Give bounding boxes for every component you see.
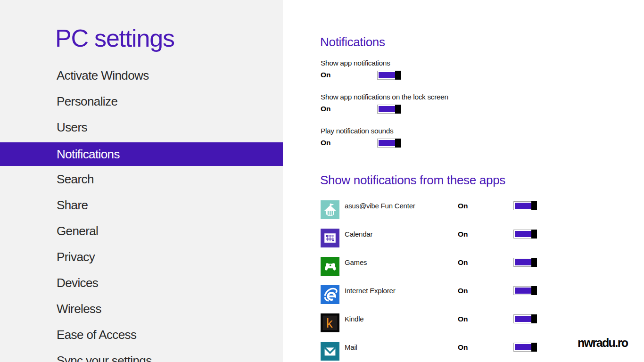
sidebar-item-label: General [57, 224, 98, 239]
setting-value: On [321, 105, 331, 113]
notifications-heading: Notifications [320, 35, 385, 49]
setting-row: Show app notifications on the lock scree… [321, 93, 519, 127]
notification-settings: Show app notifications On Show app notif… [321, 59, 519, 161]
setting-toggle[interactable] [377, 71, 401, 80]
sidebar-item-label: Personalize [57, 94, 117, 109]
toggle-thumb[interactable] [531, 286, 537, 295]
sidebar: PC settings Activate Windows Personalize… [0, 0, 283, 362]
app-toggle[interactable] [513, 314, 537, 323]
sidebar-item-activate-windows[interactable]: Activate Windows [0, 63, 283, 89]
sidebar-item-sync-your-settings[interactable]: Sync your settings [0, 348, 283, 362]
sidebar-item-notifications[interactable]: Notifications [0, 140, 283, 166]
app-toggle-value: On [458, 259, 468, 266]
watermark: nwradu.ro [578, 336, 627, 350]
sidebar-item-label: Users [57, 120, 87, 135]
toggle-fill [515, 316, 531, 322]
sidebar-item-search[interactable]: Search [0, 166, 283, 192]
toggle-thumb[interactable] [395, 71, 401, 80]
app-row: Internet Explorer On [321, 285, 547, 313]
sidebar-item-privacy[interactable]: Privacy [0, 244, 283, 270]
toggle-fill [515, 344, 531, 350]
toggle-fill [379, 140, 395, 146]
sidebar-item-label: Activate Windows [57, 68, 149, 83]
internet-explorer-icon [321, 285, 339, 304]
app-toggle[interactable] [513, 201, 537, 210]
sidebar-item-label: Wireless [57, 302, 101, 316]
toggle-thumb[interactable] [395, 105, 401, 114]
mail-icon [321, 342, 339, 361]
app-toggle-value: On [458, 230, 468, 238]
toggle-thumb[interactable] [395, 139, 401, 148]
sidebar-item-label: Ease of Access [57, 328, 136, 342]
setting-toggle[interactable] [377, 139, 401, 148]
games-icon [321, 257, 339, 276]
app-toggle-value: On [458, 287, 468, 295]
setting-value: On [321, 71, 331, 79]
toggle-thumb[interactable] [531, 258, 537, 267]
sidebar-item-label: Devices [57, 276, 98, 290]
app-row: asus@vibe Fun Center On [321, 200, 547, 229]
setting-label: Play notification sounds [321, 127, 393, 135]
toggle-thumb[interactable] [531, 201, 537, 210]
app-toggle[interactable] [513, 258, 537, 267]
app-name: Calendar [345, 230, 372, 238]
sidebar-item-share[interactable]: Share [0, 192, 283, 218]
setting-toggle[interactable] [377, 105, 401, 114]
toggle-fill [379, 106, 395, 112]
app-row: k Kindle On [321, 313, 547, 342]
sidebar-item-label: Notifications [57, 147, 120, 162]
app-name: Kindle [345, 315, 364, 323]
setting-row: Play notification sounds On [321, 127, 519, 161]
setting-label: Show app notifications on the lock scree… [321, 93, 448, 101]
sidebar-item-label: Sync your settings [57, 354, 152, 362]
sidebar-item-label: Share [57, 198, 88, 213]
setting-row: Show app notifications On [321, 59, 519, 93]
sidebar-item-devices[interactable]: Devices [0, 270, 283, 296]
setting-label: Show app notifications [321, 59, 390, 67]
sidebar-item-label: Privacy [57, 250, 95, 264]
svg-text:k: k [326, 316, 333, 330]
toggle-thumb[interactable] [531, 314, 537, 323]
sidebar-item-general[interactable]: General [0, 218, 283, 244]
app-row: Mail On [321, 342, 547, 362]
toggle-fill [515, 259, 531, 265]
asus-vibe-icon [321, 200, 339, 219]
page-title: PC settings [55, 24, 174, 52]
app-toggle-value: On [458, 315, 468, 323]
setting-value: On [321, 139, 331, 147]
sidebar-item-users[interactable]: Users [0, 115, 283, 140]
sidebar-item-personalize[interactable]: Personalize [0, 89, 283, 115]
app-notification-list: asus@vibe Fun Center On Calendar On [321, 200, 547, 362]
toggle-thumb[interactable] [531, 343, 537, 352]
app-toggle[interactable] [513, 286, 537, 295]
apps-heading: Show notifications from these apps [320, 173, 505, 188]
sidebar-item-label: Search [57, 172, 94, 187]
app-toggle-value: On [458, 344, 468, 351]
app-toggle[interactable] [513, 230, 537, 239]
settings-nav: Activate Windows Personalize Users Notif… [0, 63, 283, 362]
app-name: Mail [345, 344, 357, 351]
app-toggle[interactable] [513, 343, 537, 352]
sidebar-item-ease-of-access[interactable]: Ease of Access [0, 322, 283, 348]
toggle-thumb[interactable] [531, 230, 537, 239]
calendar-icon [321, 229, 339, 247]
app-name: Games [345, 259, 367, 266]
toggle-fill [515, 288, 531, 294]
sidebar-item-wireless[interactable]: Wireless [0, 296, 283, 322]
app-row: Games On [321, 257, 547, 285]
app-name: asus@vibe Fun Center [345, 202, 415, 210]
app-name: Internet Explorer [345, 287, 396, 295]
app-toggle-value: On [458, 202, 468, 210]
toggle-fill [515, 231, 531, 237]
app-row: Calendar On [321, 229, 547, 257]
toggle-fill [379, 72, 395, 78]
kindle-icon: k [321, 313, 339, 332]
toggle-fill [515, 203, 531, 209]
